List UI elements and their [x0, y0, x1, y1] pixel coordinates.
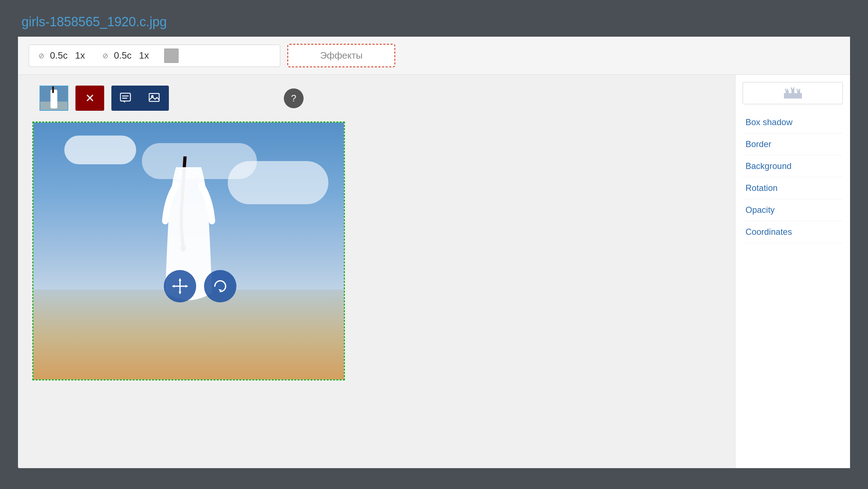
rotate-icon: [211, 277, 229, 295]
effects-search-container[interactable]: [743, 82, 843, 104]
thumbnail-svg: [40, 86, 68, 111]
cloud-1: [64, 136, 136, 164]
svg-rect-20: [791, 89, 794, 95]
repeat-value-2: 1x: [139, 50, 161, 61]
canvas-area: ✕: [18, 75, 735, 468]
move-icon: [171, 277, 189, 295]
thumbnail-preview: [40, 86, 68, 110]
svg-marker-13: [179, 278, 181, 281]
svg-marker-14: [179, 292, 181, 294]
svg-rect-25: [793, 87, 794, 90]
castle-icon: [782, 86, 804, 100]
delete-button[interactable]: ✕: [75, 86, 104, 111]
effects-button[interactable]: Эффекты: [287, 44, 395, 67]
color-swatch[interactable]: [164, 49, 179, 63]
right-panel: Box shadow Border Background Rotation Op…: [735, 75, 850, 468]
image-thumbnail[interactable]: [40, 86, 68, 111]
ban-icon-1: ⊘: [36, 51, 46, 61]
comment-icon: [120, 93, 131, 104]
help-button[interactable]: ?: [284, 88, 304, 108]
content-area: ✕: [18, 75, 850, 468]
svg-rect-22: [785, 89, 786, 91]
main-area: ⊘ 0.5c 1x ⊘ 0.5c 1x Эффекты: [18, 37, 850, 468]
delete-icon: ✕: [85, 91, 95, 105]
effect-opacity[interactable]: Opacity: [743, 199, 843, 221]
svg-rect-2: [51, 90, 57, 108]
toolbar: ⊘ 0.5c 1x ⊘ 0.5c 1x Эффекты: [18, 37, 850, 75]
toolbar-left: ⊘ 0.5c 1x ⊘ 0.5c 1x: [29, 45, 280, 67]
image-container: [32, 122, 345, 380]
svg-rect-27: [799, 89, 800, 91]
secondary-toolbar: ✕: [32, 86, 311, 111]
help-icon: ?: [291, 93, 296, 104]
image-background: [33, 123, 344, 379]
effect-background[interactable]: Background: [743, 155, 843, 177]
image-icon: [149, 93, 160, 104]
svg-rect-23: [787, 89, 788, 91]
svg-rect-24: [791, 87, 792, 90]
svg-rect-19: [786, 90, 789, 95]
svg-marker-15: [172, 285, 175, 288]
move-handle[interactable]: [164, 270, 196, 302]
effect-rotation[interactable]: Rotation: [743, 177, 843, 199]
svg-rect-4: [120, 93, 130, 101]
delay-value-1: 0.5c: [50, 50, 71, 61]
action-buttons: [111, 86, 169, 111]
delay-value-2: 0.5c: [114, 50, 135, 61]
svg-rect-8: [149, 93, 159, 101]
title-bar: girls-1858565_1920.c.jpg: [0, 0, 868, 37]
repeat-value-1: 1x: [75, 50, 97, 61]
svg-marker-16: [185, 285, 188, 288]
effect-border[interactable]: Border: [743, 133, 843, 155]
image-button[interactable]: [140, 86, 169, 111]
comment-button[interactable]: [111, 86, 140, 111]
file-title: girls-1858565_1920.c.jpg: [22, 14, 167, 29]
effect-coordinates[interactable]: Coordinates: [743, 221, 843, 243]
svg-rect-21: [797, 90, 800, 95]
svg-rect-3: [52, 86, 54, 93]
effect-box-shadow[interactable]: Box shadow: [743, 111, 843, 133]
ban-icon-2: ⊘: [100, 51, 110, 61]
rotate-handle[interactable]: [204, 270, 236, 302]
svg-rect-26: [797, 89, 798, 91]
